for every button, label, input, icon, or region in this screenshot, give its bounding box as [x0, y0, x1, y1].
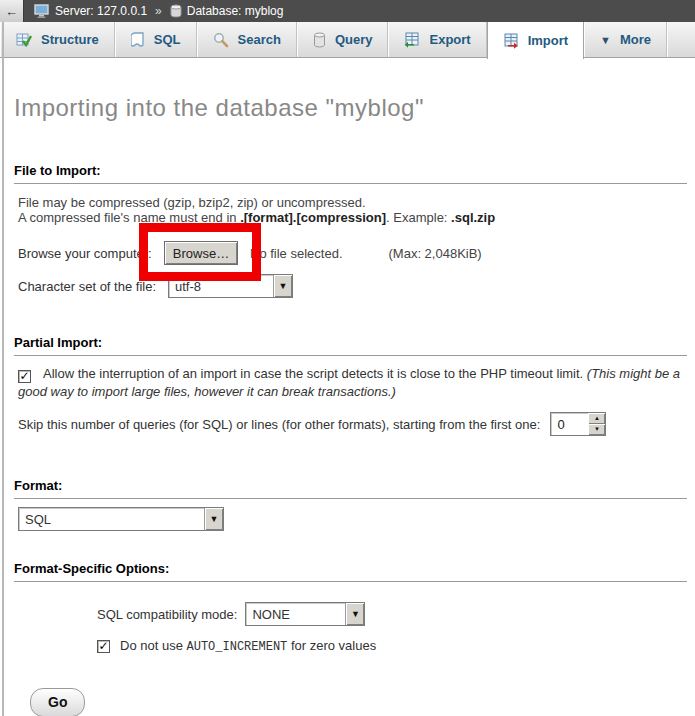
allow-interruption-row: ✓Allow the interruption of an import in …	[14, 365, 689, 401]
go-button[interactable]: Go	[30, 688, 85, 716]
section-heading-file-to-import: File to Import:	[14, 163, 687, 184]
tab-more[interactable]: ▼ More	[584, 22, 667, 57]
tab-import[interactable]: Import	[487, 22, 584, 59]
charset-select[interactable]: utf-8 ▼	[168, 274, 293, 298]
structure-icon	[16, 32, 32, 48]
search-icon	[213, 32, 229, 48]
spinner-down-icon[interactable]: ▼	[588, 424, 605, 435]
tab-query-label: Query	[335, 32, 373, 47]
compression-note-line2-mid: . Example:	[386, 210, 451, 225]
allow-interruption-text: Allow the interruption of an import in c…	[43, 366, 587, 381]
sql-compatibility-row: SQL compatibility mode: NONE ▼	[14, 601, 689, 627]
auto-increment-prefix: Do not use	[120, 638, 187, 653]
charset-label: Character set of the file:	[18, 279, 168, 294]
sql-compatibility-label: SQL compatibility mode:	[97, 607, 237, 622]
section-heading-format: Format:	[14, 478, 687, 499]
allow-interruption-checkbox[interactable]: ✓	[18, 370, 31, 383]
tab-sql[interactable]: SQL	[115, 22, 197, 57]
format-select-value: SQL	[19, 508, 204, 530]
go-row: Go	[14, 688, 689, 716]
spinner-buttons: ▲ ▼	[588, 413, 605, 435]
tab-bar: Structure SQL Search Query	[0, 22, 695, 58]
compression-example: .sql.zip	[451, 210, 495, 225]
dropdown-arrow-icon: ▼	[345, 603, 364, 625]
tab-search-label: Search	[238, 32, 281, 47]
charset-select-value: utf-8	[169, 275, 273, 297]
compression-note-line2-prefix: A compressed file's name must end in	[18, 210, 240, 225]
compression-note: File may be compressed (gzip, bzip2, zip…	[14, 195, 689, 225]
dropdown-arrow-icon: ▼	[204, 508, 223, 530]
breadcrumb-server-link[interactable]: Server: 127.0.0.1	[55, 4, 147, 18]
tab-sql-label: SQL	[154, 32, 181, 47]
dropdown-arrow-icon: ▼	[273, 275, 292, 297]
auto-increment-code: AUTO_INCREMENT	[187, 640, 288, 654]
auto-increment-checkbox[interactable]: ✓	[97, 640, 110, 653]
import-page: Importing into the database "myblog" Fil…	[0, 94, 695, 716]
breadcrumb: Server: 127.0.0.1 » Database: myblog	[34, 4, 283, 18]
format-select[interactable]: SQL ▼	[18, 507, 224, 531]
import-icon	[503, 33, 519, 49]
database-icon	[170, 4, 182, 18]
no-file-selected-text: No file selected.	[250, 246, 343, 261]
section-heading-partial-import: Partial Import:	[14, 335, 687, 356]
breadcrumb-separator: »	[155, 4, 162, 18]
compression-format-pattern: .[format].[compression]	[240, 210, 386, 225]
breadcrumb-bar: ← Server: 127.0.0.1 » Database: myblog	[0, 0, 695, 22]
tab-export[interactable]: Export	[388, 22, 486, 57]
sql-compatibility-value: NONE	[246, 603, 345, 625]
tab-structure-label: Structure	[41, 32, 99, 47]
tab-query[interactable]: Query	[297, 22, 389, 57]
breadcrumb-database-link[interactable]: Database: myblog	[187, 4, 284, 18]
spinner-up-icon[interactable]: ▲	[588, 413, 605, 424]
frame-divider	[2, 22, 4, 716]
section-heading-format-specific-options: Format-Specific Options:	[14, 561, 687, 582]
tab-more-label: More	[620, 32, 651, 47]
export-icon	[404, 32, 420, 48]
auto-increment-suffix: for zero values	[287, 638, 376, 653]
charset-row: Character set of the file: utf-8 ▼	[14, 273, 689, 299]
auto-increment-row: ✓ Do not use AUTO_INCREMENT for zero val…	[14, 637, 689, 655]
server-icon	[34, 4, 50, 18]
sql-icon	[131, 32, 145, 48]
sql-compatibility-select[interactable]: NONE ▼	[245, 602, 365, 626]
back-button[interactable]: ←	[0, 0, 24, 22]
tab-import-label: Import	[528, 33, 568, 48]
page-title: Importing into the database "myblog"	[14, 94, 689, 122]
max-size-text: (Max: 2,048KiB)	[389, 246, 482, 261]
skip-queries-label: Skip this number of queries (for SQL) or…	[18, 417, 540, 432]
more-arrow-icon: ▼	[600, 34, 611, 46]
format-row: SQL ▼	[14, 507, 689, 531]
tab-search[interactable]: Search	[197, 22, 297, 57]
back-arrow-icon: ←	[5, 4, 18, 19]
skip-queries-value: 0	[551, 413, 588, 435]
auto-increment-text: Do not use AUTO_INCREMENT for zero value…	[120, 638, 376, 654]
query-icon	[313, 32, 326, 48]
tab-export-label: Export	[429, 32, 470, 47]
compression-note-line1: File may be compressed (gzip, bzip2, zip…	[18, 195, 366, 210]
tabbar-filler	[667, 22, 695, 57]
browse-button[interactable]: Browse…	[164, 241, 238, 265]
skip-queries-row: Skip this number of queries (for SQL) or…	[14, 412, 689, 436]
tab-structure[interactable]: Structure	[0, 22, 115, 57]
browse-row: Browse your computer: Browse… No file se…	[14, 240, 689, 266]
browse-label: Browse your computer:	[18, 246, 164, 261]
skip-queries-spinner[interactable]: 0 ▲ ▼	[550, 412, 606, 436]
